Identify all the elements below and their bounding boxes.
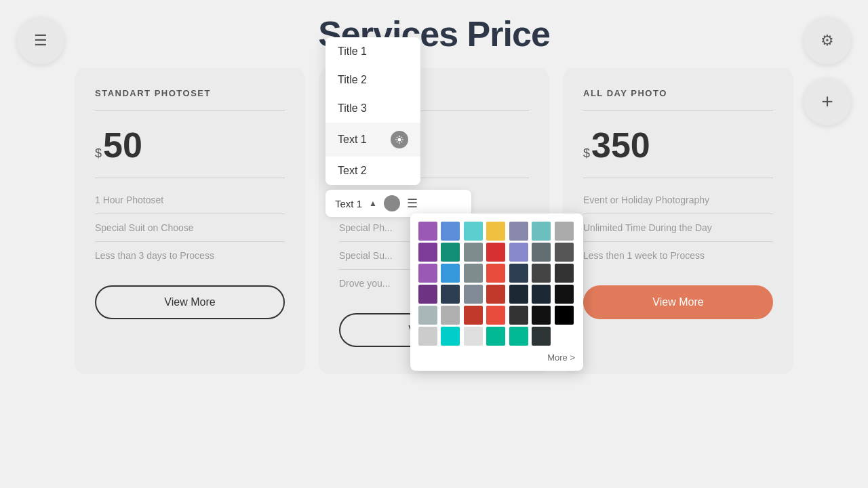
- color-cell[interactable]: [441, 243, 460, 262]
- color-cell[interactable]: [464, 327, 483, 346]
- color-grid: [418, 222, 575, 346]
- feature-2: Special Suit on Choose: [95, 214, 285, 242]
- color-cell[interactable]: [509, 327, 528, 346]
- color-cell[interactable]: [441, 285, 460, 304]
- color-cell[interactable]: [464, 243, 483, 262]
- price-amount: 50: [103, 125, 142, 165]
- color-cell[interactable]: [418, 306, 437, 325]
- text-toolbar: Text 1 ▲ ☰: [326, 190, 471, 217]
- color-cell[interactable]: [509, 285, 528, 304]
- add-button[interactable]: +: [804, 78, 851, 125]
- color-cell[interactable]: [509, 222, 528, 241]
- svg-point-0: [398, 138, 401, 142]
- color-cell[interactable]: [441, 264, 460, 283]
- color-cell[interactable]: [555, 306, 574, 325]
- dropdown-item-title2[interactable]: Title 2: [326, 66, 420, 94]
- right-feature-2: Unlimited Time During the Day: [583, 214, 773, 242]
- card-standart-title: STANDART PHOTOSET: [95, 88, 285, 98]
- dropdown-label-title1: Title 1: [338, 45, 367, 58]
- card-allday: All Day Photo $ 350 Event or Holiday Pho…: [563, 68, 793, 374]
- color-cell[interactable]: [532, 222, 551, 241]
- color-cell[interactable]: [532, 306, 551, 325]
- toolbar-align-icon[interactable]: ☰: [407, 196, 418, 211]
- color-cell[interactable]: [486, 285, 505, 304]
- color-cell[interactable]: [441, 306, 460, 325]
- dropdown-item-title1[interactable]: Title 1: [326, 37, 420, 66]
- color-cell[interactable]: [418, 222, 437, 241]
- color-cell[interactable]: [418, 327, 437, 346]
- card-allday-title: All Day Photo: [583, 88, 773, 98]
- card-allday-price: $ 350: [583, 125, 773, 165]
- text-style-icon: [391, 131, 408, 148]
- color-cell[interactable]: [509, 243, 528, 262]
- dropdown-label-title3: Title 3: [338, 102, 367, 115]
- color-cell[interactable]: [555, 222, 574, 241]
- dropdown-item-text1[interactable]: Text 1: [326, 123, 420, 157]
- view-more-button-right[interactable]: View More: [583, 285, 773, 319]
- right-feature-3: Less then 1 week to Process: [583, 242, 773, 269]
- color-cell[interactable]: [441, 222, 460, 241]
- card-standart-price: $ 50: [95, 125, 285, 165]
- toolbar-text-label: Text 1: [335, 198, 362, 209]
- color-more-button[interactable]: More >: [418, 352, 575, 363]
- color-cell[interactable]: [532, 327, 551, 346]
- color-cell[interactable]: [486, 243, 505, 262]
- color-picker: More >: [410, 214, 583, 371]
- color-cell[interactable]: [486, 306, 505, 325]
- color-cell[interactable]: [464, 222, 483, 241]
- right-feature-1: Event or Holiday Photography: [583, 186, 773, 214]
- color-cell[interactable]: [418, 285, 437, 304]
- dropdown-label-title2: Title 2: [338, 74, 367, 86]
- color-cell[interactable]: [555, 264, 574, 283]
- color-cell[interactable]: [486, 264, 505, 283]
- dropdown-menu-container: Title 1 Title 2 Title 3 Text 1 Text 2: [326, 37, 420, 185]
- price-dollar-sign-right: $: [583, 146, 590, 161]
- color-cell[interactable]: [509, 264, 528, 283]
- feature-1: 1 Hour Photoset: [95, 186, 285, 214]
- color-cell[interactable]: [532, 285, 551, 304]
- color-cell[interactable]: [555, 327, 574, 346]
- color-cell[interactable]: [418, 243, 437, 262]
- card-standart: STANDART PHOTOSET $ 50 1 Hour Photoset S…: [75, 68, 305, 374]
- dropdown-label-text2: Text 2: [338, 165, 367, 177]
- color-cell[interactable]: [418, 264, 437, 283]
- color-cell[interactable]: [486, 222, 505, 241]
- color-cell[interactable]: [464, 306, 483, 325]
- add-icon: +: [821, 90, 833, 113]
- dropdown-item-text2[interactable]: Text 2: [326, 157, 420, 185]
- color-cell[interactable]: [555, 243, 574, 262]
- color-cell[interactable]: [464, 264, 483, 283]
- dropdown-label-text1: Text 1: [338, 134, 367, 146]
- toolbar-chevron-icon[interactable]: ▲: [369, 199, 377, 208]
- view-more-button-left[interactable]: View More: [95, 285, 285, 319]
- color-cell[interactable]: [532, 264, 551, 283]
- color-cell[interactable]: [555, 285, 574, 304]
- feature-3: Less than 3 days to Process: [95, 242, 285, 269]
- dropdown-menu: Title 1 Title 2 Title 3 Text 1 Text 2: [326, 37, 420, 185]
- dropdown-item-title3[interactable]: Title 3: [326, 94, 420, 123]
- price-dollar-sign: $: [95, 146, 102, 161]
- color-cell[interactable]: [509, 306, 528, 325]
- color-cell[interactable]: [532, 243, 551, 262]
- color-cell[interactable]: [486, 327, 505, 346]
- color-cell[interactable]: [464, 285, 483, 304]
- color-cell[interactable]: [441, 327, 460, 346]
- price-amount-right: 350: [591, 125, 650, 165]
- header: Services Price: [0, 0, 868, 68]
- toolbar-color-circle[interactable]: [384, 195, 400, 211]
